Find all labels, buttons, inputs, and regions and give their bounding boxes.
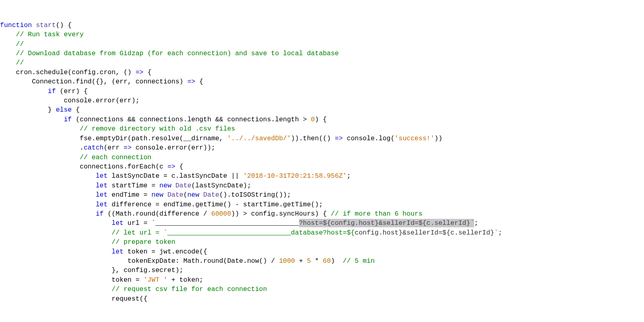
code: token = <box>111 276 143 284</box>
code: startTime = <box>107 182 159 189</box>
code: tokenExpDate: Math.round(Date.now() / <box>128 257 279 265</box>
code: (err) { <box>56 87 88 95</box>
template-expr: config.host}&sellerId=${c.sellerId}`; <box>355 229 502 237</box>
code: cron.schedule(config.cron, () <box>16 69 136 76</box>
arrow: => <box>124 144 132 152</box>
comment: // prepare token <box>111 238 175 246</box>
code: console.error(err); <box>64 97 139 104</box>
arrow: => <box>187 78 195 85</box>
comment: // remove directory with old .csv files <box>80 125 235 133</box>
keyword-new: new <box>151 191 163 199</box>
string: '../../savedDb/' <box>227 135 291 142</box>
arrow: => <box>167 163 175 170</box>
code: console.error(err)); <box>132 144 215 152</box>
string: 'JWT ' <box>143 276 167 284</box>
code: * <box>311 257 323 265</box>
code: ( <box>184 191 188 199</box>
code: connections.forEach(c <box>80 163 167 170</box>
code: + <box>295 257 307 265</box>
keyword-let: let <box>111 219 124 227</box>
code-block: function start() { // Run task every // … <box>0 21 502 303</box>
code: ().toISOString()); <box>219 191 291 199</box>
code: (err <box>103 144 124 152</box>
code: (connections && connections.length && co… <box>72 116 311 123</box>
class-date: Date <box>203 191 219 199</box>
selected-text: ?host=${config.host}&sellerId=${c.seller… <box>299 219 475 227</box>
code: Connection.find({}, (err, connections) <box>32 78 187 85</box>
comment: // request csv file for each connection <box>111 285 267 293</box>
code: )) > config.syncHours) { <box>231 210 331 218</box>
comment: // <box>16 59 24 66</box>
code: }, config.secret); <box>111 266 183 274</box>
keyword-let: let <box>96 191 108 199</box>
class-date: Date <box>167 191 184 199</box>
keyword-new: new <box>159 182 171 189</box>
code: endTime = <box>107 191 151 199</box>
keyword-let: let <box>96 201 108 208</box>
keyword-let: let <box>96 172 108 180</box>
keyword-if: if <box>96 210 104 218</box>
keyword-function: function <box>0 21 32 29</box>
comment: // let url = ` <box>111 229 167 237</box>
code: url = <box>124 219 151 227</box>
keyword-if: if <box>48 87 56 95</box>
keyword-else: else <box>56 106 72 114</box>
code: token = jwt.encode({ <box>124 248 207 256</box>
comment: // <box>16 40 24 48</box>
keyword-let: let <box>111 248 124 256</box>
arrow: => <box>335 135 343 142</box>
number: 1000 <box>279 257 295 265</box>
function-name: start <box>36 21 56 29</box>
string: 'success!' <box>394 135 434 142</box>
code: difference = endTime.getTime() - startTi… <box>107 201 323 208</box>
keyword-new: new <box>187 191 199 199</box>
comment: // if more than 6 hours <box>331 210 423 218</box>
arrow: => <box>136 69 144 76</box>
keyword-let: let <box>96 182 108 189</box>
comment: // each connection <box>80 154 151 161</box>
code: request({ <box>111 295 147 303</box>
code: + token; <box>167 276 203 284</box>
comment: // Download database from Gidzap (for ea… <box>16 50 339 57</box>
number: 5 <box>307 257 311 265</box>
number: 60000 <box>211 210 231 218</box>
code: lastSyncDate = c.lastSyncDate || <box>107 172 243 180</box>
string: '2018-10-31T20:21:58.956Z' <box>243 172 347 180</box>
keyword-if: if <box>64 116 72 123</box>
code: console.log( <box>343 135 395 142</box>
keyword-catch: catch <box>84 144 104 152</box>
comment: // 5 min <box>343 257 375 265</box>
comment: // Run task every <box>16 31 84 38</box>
code: . <box>80 144 84 152</box>
comment-tail: database?host=${ <box>291 229 355 237</box>
number: 0 <box>311 116 315 123</box>
code: ((Math.round(difference / <box>103 210 211 218</box>
code: )).then(() <box>291 135 335 142</box>
code: ) <box>331 257 343 265</box>
number: 60 <box>323 257 331 265</box>
code: fse.emptyDir(path.resolve(__dirname, <box>80 135 227 142</box>
code: (lastSyncDate); <box>191 182 251 189</box>
class-date: Date <box>175 182 192 189</box>
